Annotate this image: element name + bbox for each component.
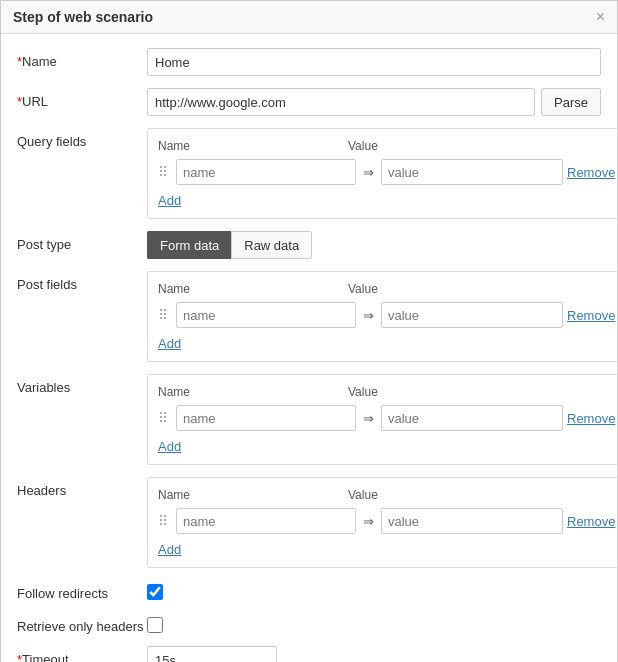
name-input[interactable] (147, 48, 601, 76)
post-fields-header: Name Value (158, 282, 615, 296)
post-fields-kv-row: ⠿ ⇒ Remove (158, 302, 615, 328)
variables-remove-button[interactable]: Remove (567, 411, 615, 426)
variables-add-button[interactable]: Add (158, 437, 181, 456)
query-fields-kv-row: ⠿ ⇒ Remove (158, 159, 615, 185)
post-fields-name-input[interactable] (176, 302, 356, 328)
retrieve-only-headers-row: Retrieve only headers (17, 613, 601, 634)
variables-drag-handle: ⠿ (158, 410, 172, 426)
query-fields-name-col: Name (158, 139, 348, 153)
headers-section: Name Value ⠿ ⇒ Remove Add (147, 477, 618, 568)
variables-kv-row: ⠿ ⇒ Remove (158, 405, 615, 431)
variables-row: Variables Name Value ⠿ ⇒ Remove Add (17, 374, 601, 465)
parse-button[interactable]: Parse (541, 88, 601, 116)
post-fields-value-input[interactable] (381, 302, 563, 328)
follow-redirects-row: Follow redirects (17, 580, 601, 601)
follow-redirects-label: Follow redirects (17, 580, 147, 601)
name-label: *Name (17, 48, 147, 69)
variables-value-col: Value (348, 385, 615, 399)
headers-name-col: Name (158, 488, 348, 502)
query-fields-add-button[interactable]: Add (158, 191, 181, 210)
post-fields-arrow: ⇒ (360, 308, 377, 323)
post-fields-row: Post fields Name Value ⠿ ⇒ Remove Add (17, 271, 601, 362)
retrieve-only-headers-checkbox[interactable] (147, 617, 163, 633)
headers-remove-button[interactable]: Remove (567, 514, 615, 529)
post-type-form-data-button[interactable]: Form data (147, 231, 231, 259)
timeout-label: *Timeout (17, 646, 147, 662)
query-fields-remove-button[interactable]: Remove (567, 165, 615, 180)
dialog-title: Step of web scenario (13, 9, 153, 25)
name-row: *Name (17, 48, 601, 76)
variables-name-col: Name (158, 385, 348, 399)
post-type-btn-group: Form data Raw data (147, 231, 312, 259)
dialog-header: Step of web scenario × (1, 1, 617, 34)
post-fields-value-col: Value (348, 282, 615, 296)
variables-section: Name Value ⠿ ⇒ Remove Add (147, 374, 618, 465)
headers-value-col: Value (348, 488, 615, 502)
variables-label: Variables (17, 374, 147, 395)
name-control-wrap (147, 48, 601, 76)
timeout-input[interactable] (147, 646, 277, 662)
headers-drag-handle: ⠿ (158, 513, 172, 529)
query-fields-label: Query fields (17, 128, 147, 149)
query-fields-section: Name Value ⠿ ⇒ Remove Add (147, 128, 618, 219)
post-type-row: Post type Form data Raw data (17, 231, 601, 259)
retrieve-only-headers-label: Retrieve only headers (17, 613, 147, 634)
dialog: Step of web scenario × *Name *URL Parse … (0, 0, 618, 662)
variables-arrow: ⇒ (360, 411, 377, 426)
query-fields-name-input[interactable] (176, 159, 356, 185)
query-fields-arrow: ⇒ (360, 165, 377, 180)
query-fields-drag-handle: ⠿ (158, 164, 172, 180)
variables-value-input[interactable] (381, 405, 563, 431)
query-fields-header: Name Value (158, 139, 615, 153)
headers-label: Headers (17, 477, 147, 498)
dialog-body: *Name *URL Parse Query fields Name Value (1, 34, 617, 662)
timeout-control-wrap (147, 646, 601, 662)
variables-header: Name Value (158, 385, 615, 399)
close-button[interactable]: × (596, 9, 605, 25)
post-fields-section: Name Value ⠿ ⇒ Remove Add (147, 271, 618, 362)
headers-row: Headers Name Value ⠿ ⇒ Remove Add (17, 477, 601, 568)
post-fields-add-button[interactable]: Add (158, 334, 181, 353)
query-fields-value-input[interactable] (381, 159, 563, 185)
post-fields-label: Post fields (17, 271, 147, 292)
headers-kv-row: ⠿ ⇒ Remove (158, 508, 615, 534)
query-fields-row: Query fields Name Value ⠿ ⇒ Remove Add (17, 128, 601, 219)
headers-name-input[interactable] (176, 508, 356, 534)
url-input[interactable] (147, 88, 535, 116)
post-type-raw-data-button[interactable]: Raw data (231, 231, 312, 259)
query-fields-value-col: Value (348, 139, 615, 153)
post-fields-name-col: Name (158, 282, 348, 296)
headers-add-button[interactable]: Add (158, 540, 181, 559)
headers-arrow: ⇒ (360, 514, 377, 529)
retrieve-only-headers-wrap (147, 613, 163, 633)
url-control-wrap: Parse (147, 88, 601, 116)
post-fields-remove-button[interactable]: Remove (567, 308, 615, 323)
url-row: *URL Parse (17, 88, 601, 116)
post-type-label: Post type (17, 231, 147, 252)
headers-value-input[interactable] (381, 508, 563, 534)
follow-redirects-checkbox[interactable] (147, 584, 163, 600)
follow-redirects-wrap (147, 580, 163, 600)
variables-name-input[interactable] (176, 405, 356, 431)
post-fields-drag-handle: ⠿ (158, 307, 172, 323)
headers-header: Name Value (158, 488, 615, 502)
url-label: *URL (17, 88, 147, 109)
timeout-row: *Timeout (17, 646, 601, 662)
